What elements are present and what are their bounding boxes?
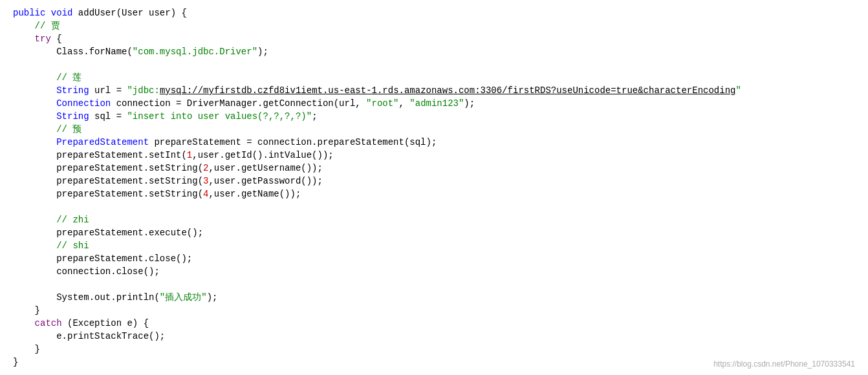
code-line-9: String sql = "insert into user values(?,… [13, 110, 855, 123]
code-line-22 [13, 278, 855, 291]
code-line-23: System.out.println("插入成功"); [13, 291, 855, 304]
code-line-17: // zhi [13, 213, 855, 226]
code-line-4: Class.forName("com.mysql.jdbc.Driver"); [13, 45, 855, 58]
watermark: https://blog.csdn.net/Phone_1070333541 [713, 359, 855, 369]
code-editor: public void addUser(User user) { // 贾 tr… [0, 0, 868, 375]
code-line-10: // 预 [13, 123, 855, 136]
code-line-5 [13, 58, 855, 71]
code-line-18: prepareStatement.execute(); [13, 226, 855, 239]
code-line-1: public void addUser(User user) { [13, 6, 855, 19]
code-line-12: prepareStatement.setInt(1,user.getId().i… [13, 149, 855, 162]
code-line-24: } [13, 304, 855, 317]
code-line-11: PreparedStatement prepareStatement = con… [13, 136, 855, 149]
code-line-20: prepareStatement.close(); [13, 252, 855, 265]
code-line-15: prepareStatement.setString(4,user.getNam… [13, 188, 855, 200]
code-line-8: Connection connection = DriverManager.ge… [13, 97, 855, 110]
code-line-19: // shi [13, 239, 855, 252]
code-line-7: String url = "jdbc:mysql://myfirstdb.czf… [13, 84, 855, 97]
code-line-21: connection.close(); [13, 265, 855, 278]
code-line-25: catch (Exception e) { [13, 317, 855, 330]
code-line-16 [13, 200, 855, 213]
code-line-14: prepareStatement.setString(3,user.getPas… [13, 175, 855, 188]
code-line-6: // 莲 [13, 71, 855, 84]
code-line-13: prepareStatement.setString(2,user.getUse… [13, 162, 855, 175]
code-line-3: try { [13, 32, 855, 45]
code-line-2: // 贾 [13, 19, 855, 32]
code-line-26: e.printStackTrace(); [13, 330, 855, 343]
code-line-27: } [13, 343, 855, 356]
